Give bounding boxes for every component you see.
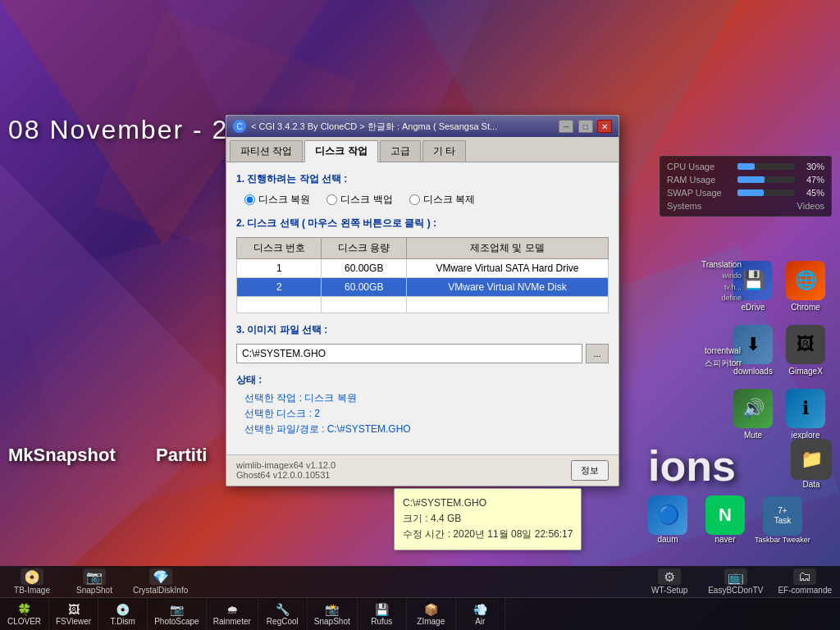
- regcool-icon: 🔧: [276, 603, 290, 616]
- chrome-icon: 🌐: [786, 261, 825, 300]
- dialog-titlebar: C < CGI 3.4.2.3 By CloneCD > 한글화 : Angma…: [226, 116, 619, 137]
- disk2-model: VMware Virtual NVMe Disk: [406, 278, 608, 297]
- taskbar2-tb-image[interactable]: 📀 TB-Image: [3, 567, 61, 596]
- info-button[interactable]: 정보: [571, 460, 609, 481]
- taskbar-clover[interactable]: 🍀 CLOVER: [0, 598, 49, 631]
- section3-title: 3. 이미지 파일 선택 :: [236, 323, 609, 337]
- disk-row-empty: [237, 297, 609, 313]
- file-path-input[interactable]: [236, 344, 582, 363]
- tab-advanced[interactable]: 고급: [380, 140, 421, 162]
- crystaldisk-icon: 💎: [149, 568, 172, 585]
- maximize-button[interactable]: □: [578, 120, 593, 133]
- wimlib-version: wimlib-imagex64 v1.12.0: [236, 460, 336, 470]
- desktop-icon-data[interactable]: 📁 Data: [791, 439, 832, 489]
- taskbar-tdism[interactable]: 💿 T.Dism: [98, 598, 148, 631]
- air-icon: 💨: [473, 603, 487, 616]
- desktop-icon-daum[interactable]: 🔵 daum: [648, 495, 687, 544]
- gimagex-icon: 🖼: [786, 325, 825, 364]
- partiti-label[interactable]: Partiti: [156, 445, 207, 466]
- col-disk-number: 디스크 번호: [237, 238, 322, 259]
- taskbar-regcool[interactable]: 🔧 RegCool: [258, 598, 308, 631]
- swap-bar: [737, 189, 764, 196]
- taskbar-photoscape[interactable]: 📷 PhotoScape: [148, 598, 207, 631]
- easybcd-icon: 📺: [724, 568, 747, 585]
- naver-icon: N: [705, 495, 745, 535]
- systems-label: Systems: [667, 201, 701, 211]
- photoscape-icon: 📷: [170, 603, 184, 616]
- tab-other[interactable]: 기 타: [422, 140, 466, 162]
- tab-disk[interactable]: 디스크 작업: [304, 140, 377, 162]
- desktop-icon-mute[interactable]: 🔊 Mute: [730, 386, 776, 443]
- disk1-num: 1: [237, 259, 322, 278]
- taskbar2-easybcd[interactable]: 📺 EasyBCDonTV: [703, 567, 768, 596]
- wt-setup-icon: ⚙: [658, 568, 681, 585]
- zimage-icon: 📦: [424, 603, 438, 616]
- desktop-icon-iexplore[interactable]: ℹ iexplore: [783, 386, 829, 443]
- disk1-model: VMware Virtual SATA Hard Drive: [406, 259, 608, 278]
- swap-monitor-row: SWAP Usage 45%: [667, 188, 824, 198]
- status-disk: 선택한 디스크 : 2: [244, 406, 609, 422]
- footer-version: wimlib-imagex64 v1.12.0 Ghost64 v12.0.0.…: [236, 460, 336, 480]
- snapshot2-icon: 📷: [83, 568, 106, 585]
- disk1-size: 60.00GB: [322, 259, 406, 278]
- taskbar-air[interactable]: 💨 Air: [456, 598, 505, 631]
- radio-clone-input[interactable]: [409, 194, 420, 205]
- mksnapshot-label[interactable]: MkSnapshot: [8, 445, 116, 466]
- desktop-icon-gimagex[interactable]: 🖼 GimageX: [783, 322, 829, 379]
- data-icon: 📁: [791, 439, 832, 480]
- cpu-bar-bg: [737, 163, 795, 170]
- disk-row-1[interactable]: 1 60.00GB VMware Virtual SATA Hard Drive: [237, 259, 609, 278]
- radio-restore-input[interactable]: [244, 194, 255, 205]
- dialog-title-icon: C: [233, 120, 246, 133]
- taskbar-rufus[interactable]: 💾 Rufus: [358, 598, 407, 631]
- disk-selection-table: 디스크 번호 디스크 용량 제조업체 및 모델 1 60.00GB VMware…: [236, 237, 609, 313]
- taskbar2-wt-setup[interactable]: ⚙ WT-Setup: [641, 567, 698, 596]
- radio-clone[interactable]: 디스크 복제: [409, 193, 475, 207]
- ram-label: RAM Usage: [667, 175, 733, 185]
- desktop-icon-chrome[interactable]: 🌐 Chrome: [783, 258, 829, 315]
- cgi-dialog[interactable]: C < CGI 3.4.2.3 By CloneCD > 한글화 : Angma…: [226, 115, 619, 486]
- col-disk-size: 디스크 용량: [322, 238, 406, 259]
- status-task: 선택한 작업 : 디스크 복원: [244, 390, 609, 406]
- ram-monitor-row: RAM Usage 47%: [667, 175, 824, 185]
- taskbar-snapshot[interactable]: 📸 SnapShot: [308, 598, 358, 631]
- taskbar2: 📀 TB-Image 📷 SnapShot 💎 CrystalDiskInfo …: [0, 566, 840, 597]
- daum-icon: 🔵: [648, 495, 687, 535]
- swap-label: SWAP Usage: [667, 188, 733, 198]
- radio-restore[interactable]: 디스크 복원: [244, 193, 310, 207]
- ghost-version: Ghost64 v12.0.0.10531: [236, 470, 336, 480]
- radio-backup[interactable]: 디스크 백업: [326, 193, 392, 207]
- taskbar-zimage[interactable]: 📦 ZImage: [407, 598, 456, 631]
- taskbar2-ef[interactable]: 🗂 EF-commande: [773, 567, 837, 596]
- desktop-icon-naver[interactable]: N naver: [705, 495, 745, 544]
- operation-radio-group: 디스크 복원 디스크 백업 디스크 복제: [236, 193, 609, 207]
- iexplore-icon: ℹ: [786, 389, 825, 428]
- swap-pct: 45%: [800, 188, 824, 198]
- ef-icon: 🗂: [793, 568, 816, 585]
- status-file: 선택한 파일/경로 : C:\#SYSTEM.GHO: [244, 422, 609, 437]
- taskbar2-snapshot[interactable]: 📷 SnapShot: [66, 567, 123, 596]
- ram-pct: 47%: [800, 175, 824, 185]
- dialog-footer: wimlib-imagex64 v1.12.0 Ghost64 v12.0.0.…: [226, 454, 619, 486]
- desktop-icon-taskbar-tweaker[interactable]: 7+Task Taskbar Tweaker: [755, 496, 810, 544]
- taskbar2-crystaldisk[interactable]: 💎 CrystalDiskInfo: [128, 567, 193, 596]
- radio-backup-input[interactable]: [326, 194, 337, 205]
- cpu-label: CPU Usage: [667, 162, 733, 171]
- torrent-label: torrentwal: [705, 345, 742, 357]
- status-title: 상태 :: [236, 373, 609, 387]
- taskbar-fsviewer[interactable]: 🖼 FSViewer: [49, 598, 98, 631]
- minimize-button[interactable]: ─: [559, 120, 573, 133]
- close-button[interactable]: ✕: [597, 120, 612, 133]
- tb-image-icon: 📀: [21, 568, 43, 585]
- dialog-title-text: < CGI 3.4.2.3 By CloneCD > 한글화 : Angma (…: [251, 121, 497, 133]
- rainmeter-icon: 🌧: [226, 603, 238, 616]
- spiker-label: 스피커torr: [705, 357, 742, 369]
- taskbar-rainmeter[interactable]: 🌧 Rainmeter: [207, 598, 258, 631]
- file-browse-button[interactable]: ...: [586, 344, 609, 363]
- disk-row-2[interactable]: 2 60.00GB VMware Virtual NVMe Disk: [237, 278, 609, 297]
- tab-partition[interactable]: 파티션 작업: [230, 140, 303, 162]
- disk2-num: 2: [237, 278, 322, 297]
- cpu-bar: [737, 163, 755, 170]
- titlebar-left: C < CGI 3.4.2.3 By CloneCD > 한글화 : Angma…: [233, 120, 497, 133]
- dialog-content: 1. 진행하려는 작업 선택 : 디스크 복원 디스크 백업 디스크 복제 2.…: [226, 162, 619, 454]
